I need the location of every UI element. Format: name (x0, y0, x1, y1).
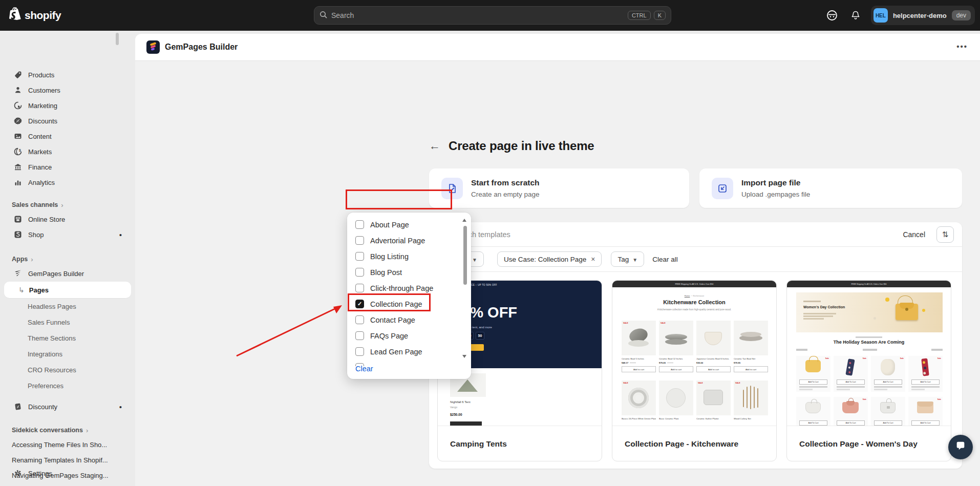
cancel-button[interactable]: Cancel (903, 230, 925, 239)
scroll-up-arrow[interactable] (462, 219, 466, 222)
option-about-page[interactable]: About Page (347, 217, 471, 233)
sidebar-item-discounts[interactable]: Discounts (0, 113, 135, 129)
search-icon (319, 11, 327, 20)
start-from-scratch-card[interactable]: Start from scratch Create an empty page (429, 168, 689, 208)
template-name: Collection Page - Women's Day (787, 426, 951, 461)
option-blog-post[interactable]: Blog Post (347, 264, 471, 280)
sidebar-item-online-store[interactable]: Online Store (0, 212, 135, 227)
storefront-icon (13, 215, 22, 224)
chevron-right-icon: › (61, 201, 63, 209)
checkbox[interactable] (355, 252, 364, 261)
hero-banner: Women's Day Collection (796, 292, 943, 332)
sidebar-scrollbar-thumb[interactable] (116, 33, 119, 45)
use-case-filter-chip[interactable]: Use Case: Collection Page × (497, 251, 602, 267)
clear-all-filters-button[interactable]: Clear all (652, 256, 678, 263)
preview-product: Add To Cart (796, 397, 830, 426)
preview-product: SALE Ceramic Bowl 5 Inches $49.17 Add to… (622, 321, 656, 372)
sidebar-item-discounty[interactable]: Discounty • (0, 399, 135, 414)
option-collection-page[interactable]: ✓ Collection Page (347, 296, 471, 312)
content-area: ← Create page in live theme Start from s… (135, 61, 980, 486)
sort-button[interactable]: ⇅ (936, 226, 954, 243)
conversation-item[interactable]: Accessing Theme Files In Sho... (0, 437, 135, 452)
shortcut-key-k: K (654, 11, 666, 20)
sidebar-item-gempages-builder[interactable]: GemPages Builder (0, 266, 135, 281)
scroll-down-arrow[interactable] (462, 355, 466, 358)
sidebar-item-sales-funnels[interactable]: Sales Funnels (0, 314, 135, 330)
hero-bag-graphic (896, 304, 918, 320)
sidebar-item-customers[interactable]: Customers (0, 82, 135, 98)
checkbox[interactable] (355, 315, 364, 324)
blank-page-icon (441, 178, 463, 199)
sidebar-item-pages-selected[interactable]: ↳ Pages (4, 282, 131, 298)
sidebar-section-sales-channels[interactable]: Sales channels› (0, 198, 135, 212)
store-account-menu[interactable]: HEL helpcenter-demo dev (871, 6, 975, 25)
dropdown-scrollbar-thumb[interactable] (463, 226, 467, 285)
sidebar-section-sidekick-conversations[interactable]: Sidekick conversations› (0, 424, 135, 437)
option-click-through-page[interactable]: Click-through Page (347, 280, 471, 296)
announcement-bar: FREE Shipping On All U.S. Orders Over $5… (612, 281, 776, 287)
sidekick-icon[interactable] (824, 7, 840, 24)
checkbox-checked[interactable]: ✓ (355, 300, 364, 308)
sidebar-nav: Products Customers Marketing Discounts C… (0, 31, 135, 486)
sidebar-item-integrations[interactable]: Integrations (0, 346, 135, 362)
back-arrow-button[interactable]: ← (429, 140, 440, 152)
sidebar-item-products[interactable]: Products (0, 67, 135, 82)
sidebar-item-content[interactable]: Content (0, 129, 135, 144)
sidebar-item-finance[interactable]: Finance (0, 159, 135, 175)
preview-product: SALE Ceramic Gather Platter (696, 381, 731, 420)
remove-filter-icon[interactable]: × (591, 255, 595, 263)
sidebar-section-apps[interactable]: Apps› (0, 252, 135, 266)
checkbox[interactable] (355, 220, 364, 229)
shopify-logo[interactable]: shopify (9, 7, 61, 23)
sidebar-item-cro-resources[interactable]: CRO Resources (0, 362, 135, 378)
checkbox[interactable] (355, 284, 364, 292)
top-bar: shopify Search CTRL K HEL helpcenter-dem… (0, 0, 980, 31)
sidebar-item-headless-pages[interactable]: Headless Pages (0, 299, 135, 314)
template-name: Camping Tents (438, 426, 602, 461)
preview-product: SALE Ceramic Bowl 12 Inches $79.05 Add t… (659, 321, 693, 372)
preview-product: Sale Add To Cart (834, 356, 868, 392)
option-faqs-page[interactable]: FAQs Page (347, 328, 471, 344)
option-advertorial-page[interactable]: Advertorial Page (347, 233, 471, 248)
gear-icon (13, 469, 22, 478)
sidebar-item-markets[interactable]: $ Markets (0, 144, 135, 159)
global-search-bar[interactable]: Search CTRL K (314, 6, 671, 25)
sidebar-item-preferences[interactable]: Preferences (0, 378, 135, 394)
tag-filter-chip[interactable]: Tag ▼ (611, 251, 644, 267)
app-header: GemPages Builder ••• (135, 34, 980, 61)
sidebar-item-analytics[interactable]: Analytics (0, 175, 135, 190)
option-contact-page[interactable]: Contact Page (347, 312, 471, 328)
option-blog-listing[interactable]: Blog Listing (347, 248, 471, 264)
checkbox[interactable] (355, 236, 364, 245)
checkbox[interactable] (355, 331, 364, 340)
template-card-womens-day[interactable]: FREE Shipping On All U.S. Orders Over $5… (786, 280, 951, 461)
chevron-right-icon: › (31, 256, 33, 263)
sidebar-item-theme-sections[interactable]: Theme Sections (0, 330, 135, 346)
preview-product: Sale Add To Cart (871, 356, 905, 392)
template-card-kitchenware[interactable]: FREE Shipping On All U.S. Orders Over $5… (612, 280, 777, 461)
bank-icon (13, 163, 22, 172)
env-badge: dev (952, 10, 971, 20)
sidebar-item-shop[interactable]: Shop • (0, 227, 135, 242)
option-lead-gen-page[interactable]: Lead Gen Page (347, 344, 471, 360)
button-placeholder (450, 421, 482, 426)
template-search-input[interactable]: Search templates (453, 230, 903, 239)
pinned-dot: • (119, 403, 122, 411)
gempages-flame-icon (13, 269, 22, 278)
dropdown-clear-link[interactable]: Clear (355, 365, 373, 373)
notifications-bell-icon[interactable] (847, 7, 864, 24)
sidebar-item-marketing[interactable]: Marketing (0, 98, 135, 113)
shopify-bag-icon (9, 7, 22, 23)
image-icon (13, 132, 22, 141)
checkbox[interactable] (355, 347, 364, 356)
sidebar-settings-wrap: Settings (0, 466, 135, 481)
help-chat-launcher[interactable] (948, 435, 973, 459)
preview-product: Sale Add To Cart (908, 397, 943, 426)
more-options-button[interactable]: ••• (956, 42, 968, 51)
template-name: Collection Page - Kitchenware (612, 426, 776, 461)
sidebar-item-settings[interactable]: Settings (0, 466, 135, 481)
import-page-file-card[interactable]: Import page file Upload .gempages file (699, 168, 962, 208)
topbar-right-cluster: HEL helpcenter-demo dev (824, 0, 975, 31)
preview-product: Sale Add To Cart (834, 397, 868, 426)
checkbox[interactable] (355, 268, 364, 277)
